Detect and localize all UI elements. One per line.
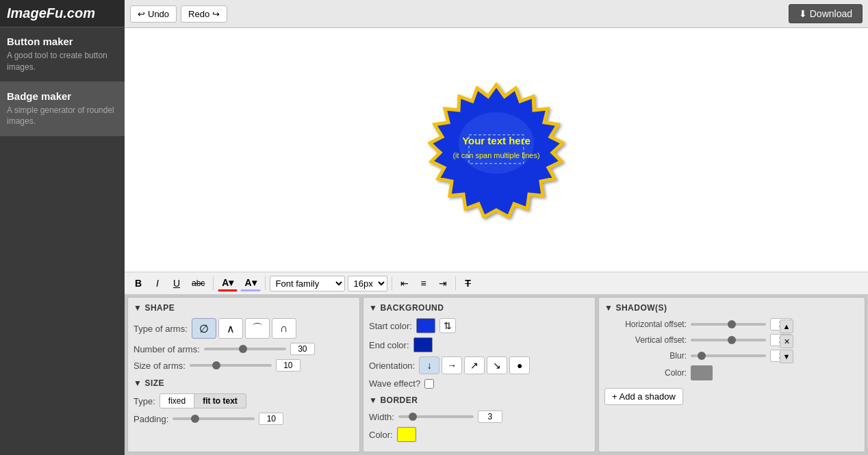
size-title-text: Size bbox=[144, 378, 164, 388]
border-color-swatch[interactable] bbox=[397, 427, 416, 442]
shadow-delete-button[interactable]: ✕ bbox=[780, 335, 793, 348]
wave-effect-checkbox[interactable] bbox=[424, 379, 434, 389]
orientation-buttons: ↓ → ↗ ↘ ● bbox=[419, 356, 530, 374]
shape-panel-title: ▼ Shape bbox=[133, 303, 354, 313]
svg-text:(it can span multiple lines): (it can span multiple lines) bbox=[452, 151, 539, 159]
orient-radial-button[interactable]: ● bbox=[509, 356, 530, 374]
border-width-row: Width: 3 bbox=[369, 411, 589, 423]
wave-effect-row: Wave effect? bbox=[369, 378, 589, 389]
arm-type-none[interactable]: ∅ bbox=[192, 318, 216, 339]
shadow-panel: ▼ Shadow(s) Horizontal offset: 2 Vertica… bbox=[598, 297, 865, 452]
shape-panel: ▼ Shape Type of arms: ∅ ∧ ⌒ ∩ Number of … bbox=[127, 297, 360, 452]
num-arms-row: Number of arms: 30 bbox=[133, 343, 354, 355]
border-panel-title: ▼ Border bbox=[369, 395, 589, 405]
font-family-select[interactable]: Font family Arial Times New Roman Verdan… bbox=[270, 276, 345, 291]
type-fit-button[interactable]: fit to text bbox=[194, 393, 246, 408]
bg-panel-title: ▼ Background bbox=[369, 303, 589, 313]
type-fixed-button[interactable]: fixed bbox=[159, 393, 194, 408]
start-color-label: Start color: bbox=[369, 321, 412, 331]
sidebar-item-badge-maker-title: Badge maker bbox=[7, 90, 118, 102]
align-left-button[interactable]: ⇤ bbox=[396, 276, 413, 291]
add-shadow-button[interactable]: + Add a shadow bbox=[604, 388, 683, 405]
redo-button[interactable]: Redo ↪ bbox=[181, 5, 227, 23]
bottom-area: ▼ Shape Type of arms: ∅ ∧ ⌒ ∩ Number of … bbox=[125, 294, 868, 455]
swap-colors-button[interactable]: ⇅ bbox=[439, 318, 456, 333]
border-color-label: Color: bbox=[369, 430, 393, 440]
undo-label: Undo bbox=[148, 9, 169, 19]
size-arrow-icon: ▼ bbox=[133, 378, 142, 388]
underline-button[interactable]: U bbox=[168, 276, 185, 291]
start-color-swatch[interactable] bbox=[416, 318, 435, 333]
border-width-value: 3 bbox=[478, 411, 502, 423]
shape-title-text: Shape bbox=[144, 303, 175, 313]
strikethrough-button[interactable]: abc bbox=[188, 276, 209, 290]
bold-button[interactable]: B bbox=[130, 276, 146, 291]
shadow-arrow-buttons: ▲ ✕ ▼ bbox=[780, 320, 793, 363]
num-arms-value: 30 bbox=[290, 343, 315, 355]
orient-downright-button[interactable]: ↘ bbox=[487, 356, 507, 374]
v-offset-slider[interactable] bbox=[691, 339, 766, 341]
arm-type-row: Type of arms: ∅ ∧ ⌒ ∩ bbox=[133, 318, 354, 339]
size-type-row: Type: fixed fit to text bbox=[133, 393, 354, 408]
canvas-area: Your text here (it can span multiple lin… bbox=[125, 28, 868, 294]
shadow-color-row: Color: bbox=[604, 365, 792, 380]
background-panel: ▼ Background Start color: ⇅ End color: O… bbox=[363, 297, 596, 452]
shadow-color-swatch[interactable] bbox=[691, 365, 713, 380]
start-color-row: Start color: ⇅ bbox=[369, 318, 589, 333]
logo: ImageFu.com bbox=[0, 0, 125, 27]
sidebar: ImageFu.com Button maker A good tool to … bbox=[0, 0, 125, 455]
orient-down-button[interactable]: ↓ bbox=[419, 356, 439, 374]
align-center-button[interactable]: ≡ bbox=[416, 276, 432, 291]
italic-button[interactable]: I bbox=[149, 276, 166, 291]
arm-type-label: Type of arms: bbox=[133, 324, 188, 334]
shadow-panel-title: ▼ Shadow(s) bbox=[604, 303, 859, 313]
align-right-button[interactable]: ⇥ bbox=[435, 276, 451, 291]
shadow-color-label: Color: bbox=[604, 368, 687, 378]
num-arms-label: Number of arms: bbox=[133, 344, 200, 354]
undo-icon: ↩ bbox=[138, 9, 145, 19]
bg-color-button[interactable]: A▾ bbox=[240, 275, 260, 291]
size-arms-slider[interactable] bbox=[190, 364, 272, 367]
orient-upright-button[interactable]: ↗ bbox=[464, 356, 485, 374]
end-color-label: End color: bbox=[369, 340, 409, 350]
wave-effect-label: Wave effect? bbox=[369, 378, 420, 389]
shadow-arrow-icon: ▼ bbox=[604, 303, 613, 313]
undo-button[interactable]: ↩ Undo bbox=[130, 5, 177, 23]
font-size-select[interactable]: 16px 12px 14px 18px 24px bbox=[348, 276, 387, 291]
size-arms-value: 10 bbox=[276, 359, 301, 372]
end-color-swatch[interactable] bbox=[413, 337, 433, 352]
size-arms-row: Size of arms: 10 bbox=[133, 359, 354, 372]
h-offset-slider[interactable] bbox=[691, 323, 766, 326]
h-offset-label: Horizontal offset: bbox=[604, 320, 687, 329]
svg-text:Your text here: Your text here bbox=[462, 135, 531, 146]
blur-row: Blur: 2 bbox=[604, 350, 792, 362]
border-width-slider[interactable] bbox=[398, 415, 474, 418]
padding-slider[interactable] bbox=[173, 417, 255, 420]
arm-type-wave[interactable]: ⌒ bbox=[245, 318, 270, 339]
font-color-button[interactable]: A▾ bbox=[218, 275, 238, 291]
size-arms-label: Size of arms: bbox=[133, 361, 186, 371]
badge-svg: Your text here (it can span multiple lin… bbox=[428, 81, 565, 218]
orientation-row: Orientation: ↓ → ↗ ↘ ● bbox=[369, 356, 589, 374]
bg-arrow-icon: ▼ bbox=[369, 303, 377, 313]
shadow-up-button[interactable]: ▲ bbox=[780, 320, 793, 333]
blur-label: Blur: bbox=[604, 351, 687, 361]
arm-type-arc[interactable]: ∩ bbox=[272, 318, 296, 339]
shadow-down-button[interactable]: ▼ bbox=[780, 350, 793, 363]
v-offset-label: Vertical offset: bbox=[604, 335, 687, 345]
padding-label: Padding: bbox=[133, 414, 168, 424]
separator-1 bbox=[213, 276, 214, 290]
sidebar-item-badge-maker[interactable]: Badge maker A simple generator of rounde… bbox=[0, 82, 125, 137]
arm-type-v[interactable]: ∧ bbox=[218, 318, 243, 339]
sidebar-item-button-maker[interactable]: Button maker A good tool to create butto… bbox=[0, 27, 125, 82]
separator-2 bbox=[265, 276, 266, 290]
num-arms-slider[interactable] bbox=[204, 348, 286, 350]
size-panel-title: ▼ Size bbox=[133, 378, 354, 388]
download-button[interactable]: ⬇ Download bbox=[789, 4, 863, 23]
orient-right-button[interactable]: → bbox=[442, 356, 462, 374]
clear-format-button[interactable]: T bbox=[460, 276, 476, 291]
sidebar-item-button-maker-title: Button maker bbox=[7, 36, 118, 47]
shadow-sliders: Horizontal offset: 2 Vertical offset: 2 … bbox=[604, 318, 792, 384]
blur-slider[interactable] bbox=[691, 354, 766, 357]
size-subpanel: ▼ Size Type: fixed fit to text Padding: … bbox=[133, 378, 354, 425]
